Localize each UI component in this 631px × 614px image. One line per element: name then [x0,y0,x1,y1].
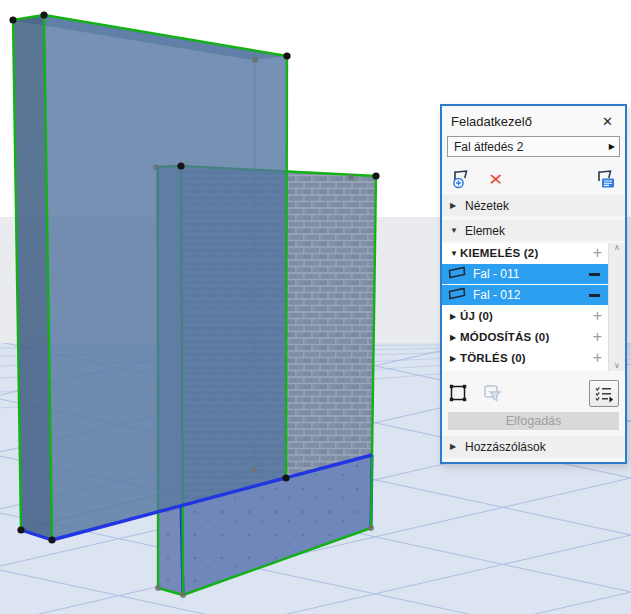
panel-toolbar: ✕ [442,163,625,195]
accept-button[interactable]: Elfogadás [448,412,619,430]
marquee-icon[interactable] [448,383,469,404]
chevron-right-icon: ▶ [609,142,615,151]
chevron-right-icon: ▶ [442,354,455,363]
chevron-right-icon: ▶ [450,442,465,451]
remove-icon[interactable] [589,294,600,297]
close-icon[interactable]: ✕ [599,113,616,130]
wall-icon [448,287,466,303]
add-icon[interactable]: + [593,244,602,262]
chevron-right-icon: ▶ [450,201,465,210]
panel-title-bar: Feladatkezelő ✕ [442,106,625,136]
wall1-front-face [44,15,287,540]
scroll-up-icon[interactable]: ∧ [614,244,620,252]
remove-icon[interactable] [589,273,600,276]
section-comments[interactable]: ▶ Hozzászólások [442,436,625,457]
section-views[interactable]: ▶ Nézetek [442,195,625,216]
tree-group-torles[interactable]: ▶ TÖRLÉS (0) + [442,348,608,368]
tree-group-modositas[interactable]: ▶ MÓDOSÍTÁS (0) + [442,327,608,347]
filter-icon[interactable] [481,383,504,404]
delete-task-icon[interactable]: ✕ [488,170,503,189]
task-selector[interactable]: Fal átfedés 2 ▶ [447,136,620,157]
tree-group-uj[interactable]: ▶ ÚJ (0) + [442,306,608,326]
wall-icon [448,266,466,282]
flag-list-icon[interactable] [593,168,617,190]
panel-title: Feladatkezelő [451,114,599,129]
task-selector-value: Fal átfedés 2 [454,140,609,154]
flag-plus-icon[interactable] [450,168,474,190]
selection-toolbar [442,377,625,409]
tree-item-fal-011[interactable]: Fal - 011 [442,264,608,284]
chevron-down-icon: ▼ [450,226,465,235]
chevron-right-icon: ▶ [442,312,455,321]
tree-item-fal-012[interactable]: Fal - 012 [442,285,608,305]
chevron-down-icon: ▼ [442,249,455,258]
task-manager-panel: Feladatkezelő ✕ Fal átfedés 2 ▶ ✕ [440,104,627,464]
add-icon[interactable]: + [593,307,602,325]
chevron-right-icon: ▶ [442,333,455,342]
checklist-menu-button[interactable] [589,380,619,407]
element-tree: ▼ KIEMELÉS (2) + Fal - 011 [442,243,625,371]
tree-group-kiemeles[interactable]: ▼ KIEMELÉS (2) + [442,243,608,263]
tree-scrollbar[interactable]: ∧ ∨ [608,243,625,371]
add-icon[interactable]: + [593,328,602,346]
section-elements[interactable]: ▼ Elemek [442,220,625,241]
add-icon[interactable]: + [593,349,602,367]
scroll-down-icon[interactable]: ∨ [614,362,620,370]
checklist-menu-icon [593,383,615,404]
